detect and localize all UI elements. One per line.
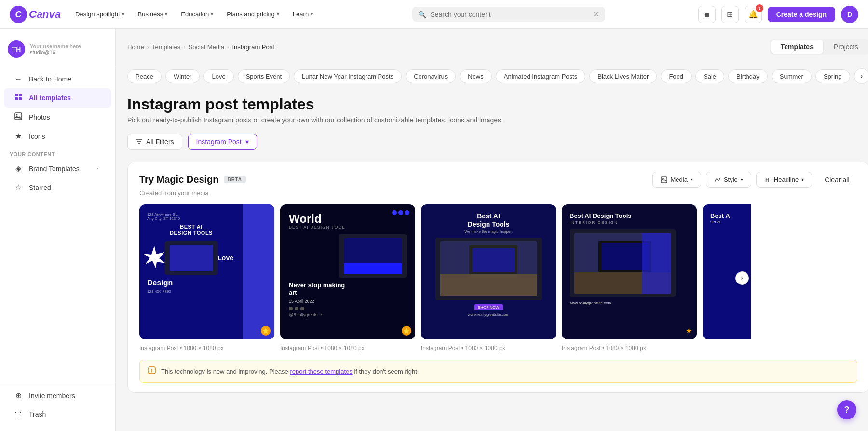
style-button[interactable]: Style ▾ (706, 172, 751, 188)
breadcrumb-social-media[interactable]: Social Media (189, 43, 224, 51)
template-card-4[interactable]: Best AI Design Tools INTERIOR DESIGN (562, 204, 697, 352)
breadcrumb-sep: › (227, 43, 229, 51)
template-card-5[interactable]: Best A servic › (703, 204, 751, 352)
clear-all-button[interactable]: Clear all (817, 172, 857, 188)
notification-btn[interactable]: 🔔 3 (745, 6, 762, 23)
your-content-label: Your Content (0, 146, 115, 159)
search-input[interactable] (430, 11, 589, 18)
tag-winter[interactable]: Winter (165, 69, 200, 83)
tag-spring[interactable]: Spring (815, 69, 850, 83)
template-size-2: Instagram Post • 1080 × 1080 px (280, 345, 365, 351)
sidebar-item-invite[interactable]: ⊕ Invite members (4, 386, 111, 405)
style-icon (714, 176, 721, 183)
sidebar-item-back-home[interactable]: ← Back to Home (4, 70, 111, 88)
headline-button[interactable]: H Headline ▾ (756, 172, 812, 188)
tag-more-btn[interactable]: › (854, 68, 868, 84)
instagram-post-label: Instagram Post (196, 138, 242, 146)
sidebar-item-label: Icons (29, 133, 45, 140)
svg-text:H: H (765, 177, 770, 183)
template-card-1[interactable]: 123 Anywhere St.,Any City, ST 12345 BEST… (139, 204, 274, 352)
sidebar-item-brand-templates[interactable]: ◈ Brand Templates ‹ (4, 159, 111, 178)
notice-text: This technology is new and improving. Pl… (161, 368, 419, 375)
nav-education[interactable]: Education ▾ (174, 8, 220, 21)
view-toggle: Templates Projects (770, 39, 868, 55)
svg-rect-6 (15, 113, 22, 120)
tag-summer[interactable]: Summer (772, 69, 812, 83)
breadcrumb-sep: › (147, 43, 149, 51)
breadcrumb-home[interactable]: Home (127, 43, 144, 51)
sidebar-bottom: ⊕ Invite members 🗑 Trash (0, 382, 115, 423)
help-button[interactable]: ? (837, 400, 856, 419)
sidebar-item-trash[interactable]: 🗑 Trash (4, 405, 111, 423)
media-button[interactable]: Media ▾ (652, 172, 701, 188)
back-arrow-icon: ← (14, 75, 23, 83)
magic-design-card: Try Magic Design BETA Media ▾ (127, 162, 868, 393)
sidebar-item-photos[interactable]: Photos (4, 108, 111, 127)
template-thumb-4: Best AI Design Tools INTERIOR DESIGN (562, 204, 697, 339)
collapse-icon: ‹ (94, 165, 102, 173)
sidebar-item-all-templates[interactable]: All templates (4, 88, 111, 108)
notification-badge: 3 (756, 4, 763, 12)
tag-lunar-new-year[interactable]: Lunar New Year Instagram Posts (294, 69, 402, 83)
chevron-down-icon: ▾ (211, 12, 213, 17)
instagram-post-filter[interactable]: Instagram Post ▾ (188, 134, 257, 150)
tag-love[interactable]: Love (203, 69, 233, 83)
nav-business[interactable]: Business ▾ (131, 8, 175, 21)
breadcrumb-templates[interactable]: Templates (152, 43, 180, 51)
tab-projects[interactable]: Projects (824, 40, 868, 54)
template-size-1: Instagram Post • 1080 × 1080 px (139, 345, 224, 351)
topbar: C Canva Design spotlight ▾ Business ▾ Ed… (0, 0, 868, 29)
sidebar-item-icons[interactable]: ★ Icons (4, 127, 111, 146)
template-card-3[interactable]: Best AIDesign Tools We make the magic ha… (421, 204, 556, 352)
tag-news[interactable]: News (460, 69, 492, 83)
grid-icon-btn[interactable]: ⊞ (721, 6, 739, 23)
topbar-left: C Canva Design spotlight ▾ Business ▾ Ed… (10, 6, 320, 23)
tag-animated[interactable]: Animated Instagram Posts (496, 69, 585, 83)
all-filters-button[interactable]: All Filters (127, 134, 182, 150)
tab-templates[interactable]: Templates (771, 40, 823, 54)
logo[interactable]: C Canva (10, 6, 61, 23)
tag-sale[interactable]: Sale (695, 69, 724, 83)
tag-sports-event[interactable]: Sports Event (238, 69, 290, 83)
chevron-down-icon: ▾ (741, 177, 743, 182)
user-avatar[interactable]: D (841, 6, 858, 23)
tag-birthday[interactable]: Birthday (728, 69, 768, 83)
photo-icon (14, 112, 23, 122)
sidebar-item-label: Photos (29, 113, 50, 121)
scroll-right-button[interactable]: › (735, 271, 749, 285)
sidebar-avatar: TH (8, 40, 25, 58)
brand-icon: ◈ (14, 164, 23, 173)
nav-learn[interactable]: Learn ▾ (286, 8, 320, 21)
gold-star-icon: ★ (686, 327, 692, 335)
tag-blm[interactable]: Black Lives Matter (589, 69, 657, 83)
sidebar-item-label: Starred (29, 184, 51, 191)
sidebar-user-info: Your username here studio@16 (30, 43, 108, 55)
magic-subtitle: Created from your media (139, 189, 857, 197)
clear-search-icon[interactable]: ✕ (593, 10, 599, 19)
breadcrumb-sep: › (183, 43, 185, 51)
topbar-right: 🖥 ⊞ 🔔 3 Create a design D (698, 6, 858, 23)
svg-rect-2 (15, 94, 18, 96)
template-card-2[interactable]: World BEST AI DESIGN TOOL Never stop mak… (280, 204, 415, 352)
media-icon (661, 176, 667, 183)
magic-header: Try Magic Design BETA Media ▾ (139, 172, 857, 188)
search-wrap: 🔍 ✕ (412, 7, 605, 22)
template-info-4: Instagram Post • 1080 × 1080 px (562, 343, 697, 352)
magic-title: Try Magic Design BETA (139, 174, 246, 185)
nav-design-spotlight[interactable]: Design spotlight ▾ (68, 8, 131, 21)
chevron-down-icon: ▾ (801, 177, 804, 182)
template-info-1: Instagram Post • 1080 × 1080 px (139, 343, 274, 352)
sidebar-item-starred[interactable]: ☆ Starred (4, 178, 111, 197)
template-size-3: Instagram Post • 1080 × 1080 px (421, 345, 505, 351)
monitor-icon-btn[interactable]: 🖥 (698, 6, 716, 23)
nav-links: Design spotlight ▾ Business ▾ Education … (68, 8, 320, 21)
report-templates-link[interactable]: report these templates (290, 368, 352, 375)
chevron-down-icon: ▾ (277, 12, 279, 17)
tag-food[interactable]: Food (661, 69, 692, 83)
filter-icon (136, 138, 142, 145)
create-design-button[interactable]: Create a design (768, 7, 835, 22)
search-icon: 🔍 (418, 11, 426, 18)
tag-peace[interactable]: Peace (127, 69, 162, 83)
nav-plans[interactable]: Plans and pricing ▾ (220, 8, 286, 21)
tag-coronavirus[interactable]: Coronavirus (406, 69, 456, 83)
